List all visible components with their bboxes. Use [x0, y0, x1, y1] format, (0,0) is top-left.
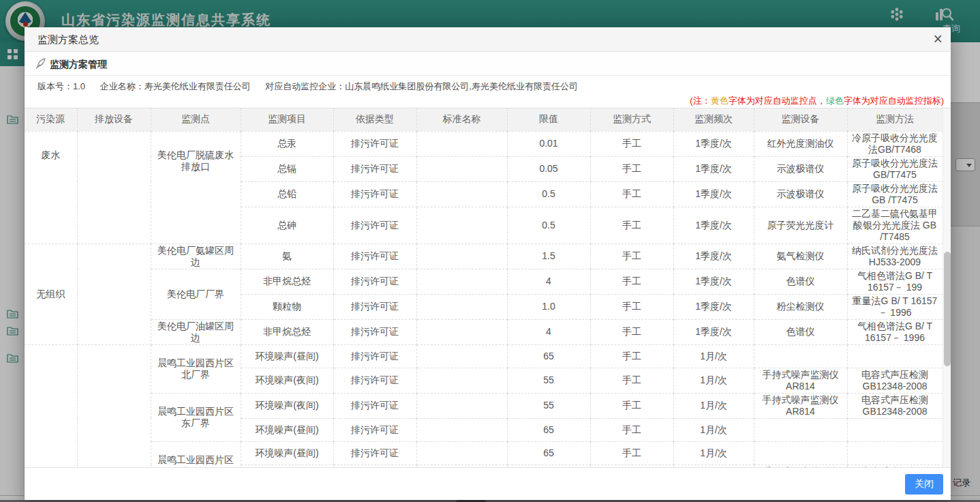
table-cell: 氨气检测仪: [754, 243, 847, 269]
table-row: 晨鸣工业园西片区东厂界环境噪声(夜间)排污许可证55手工1月/次手持式噪声监测仪…: [25, 393, 943, 418]
table-cell: 颗粒物: [241, 294, 333, 319]
table-cell: 排污许可证: [333, 344, 416, 368]
monitoring-plan-modal: 监测方案总览 × 监测方案管理 版本号：1.0 企业名称：寿光美伦纸业有限责任公…: [25, 27, 951, 500]
table-row: 美伦电厂厂界非甲烷总烃排污许可证4手工1季度/次色谱仪气相色谱法G B/ T 1…: [25, 269, 943, 294]
table-cell: [754, 344, 847, 368]
table-cell: 原子吸收分光光度法GB/T7475: [847, 156, 943, 181]
table-cell: 排污许可证: [333, 269, 416, 294]
table-cell: 1季度/次: [673, 269, 754, 294]
table-cell: 晨鸣工业园西片区南厂界: [151, 441, 241, 467]
table-cell: 环境噪声(夜间): [241, 393, 333, 418]
table-cell: [416, 294, 507, 319]
table-cell: 1月/次: [673, 418, 754, 441]
table-cell: [847, 344, 943, 368]
modal-titlebar: 监测方案总览 ×: [25, 27, 951, 52]
table-cell: 1季度/次: [673, 156, 754, 181]
column-header: 监测方法: [847, 108, 943, 131]
company-label: 企业名称：: [100, 81, 144, 91]
table-cell: 0.5: [507, 207, 590, 243]
column-header: 污染源: [25, 108, 77, 131]
table-cell: 示波极谱仪: [754, 181, 847, 207]
table-cell: [416, 441, 507, 464]
table-cell: 1季度/次: [673, 181, 754, 207]
table-cell: [416, 207, 507, 243]
table-cell: [77, 131, 151, 243]
table-scrollbar[interactable]: [943, 108, 951, 467]
table-cell: [77, 243, 151, 344]
table-cell: 手工: [590, 441, 673, 464]
table-cell: 排污许可证: [333, 441, 416, 464]
modal-title: 监测方案总览: [37, 33, 99, 46]
table-cell: 1.0: [507, 294, 590, 319]
auto-company-value: 山东晨鸣纸业集团股份有限公司,寿光美伦纸业有限责任公司: [345, 81, 578, 91]
column-header: 标准名称: [416, 108, 507, 131]
table-cell: 美伦电厂脱硫废水排放口: [151, 131, 241, 243]
table-cell: 1季度/次: [673, 131, 754, 156]
table-cell: 手工: [590, 393, 673, 418]
table-cell: 环境噪声(昼间): [241, 344, 333, 368]
table-cell: 冷原子吸收分光光度法GB/T7468: [847, 131, 943, 156]
table-cell: 排污许可证: [333, 243, 416, 269]
table-cell: [416, 181, 507, 207]
table-cell: 0.01: [507, 131, 590, 156]
table-cell: 1.5: [507, 243, 590, 269]
note-prefix: (注：: [690, 95, 710, 106]
table-cell: 55: [507, 393, 590, 418]
table-cell: 环境噪声(夜间): [241, 368, 333, 393]
table-row: 废水美伦电厂脱硫废水排放口总汞排污许可证0.01手工1季度/次红外光度测油仪冷原…: [25, 131, 943, 156]
section-header: 监测方案管理: [25, 52, 951, 76]
plan-meta: 版本号：1.0 企业名称：寿光美伦纸业有限责任公司 对应自动监控企业：山东晨鸣纸…: [37, 80, 578, 93]
table-cell: 1月/次: [673, 393, 754, 418]
close-button[interactable]: 关闭: [905, 474, 943, 494]
table-cell: 总汞: [241, 131, 333, 156]
column-header: 监测方式: [590, 108, 673, 131]
table-cell: 手工: [590, 131, 673, 156]
scrollbar-thumb[interactable]: [944, 252, 951, 366]
table-cell: 废水: [25, 131, 77, 243]
table-cell: [847, 418, 943, 441]
table-cell: 排污许可证: [333, 131, 416, 156]
table-cell: 总镉: [241, 156, 333, 181]
table-cell: 二乙基二硫代氨基甲酸银分光光度法 GB /T7485: [847, 207, 943, 243]
table-cell: [416, 243, 507, 269]
table-cell: 手工: [590, 418, 673, 441]
table-cell: 排污许可证: [333, 418, 416, 441]
table-cell: [416, 269, 507, 294]
table-cell: 纳氏试剂分光光度法HJ533-2009: [847, 243, 943, 269]
table-cell: [416, 344, 507, 368]
table-cell: 色谱仪: [754, 319, 847, 344]
monitoring-plan-table: 污染源排放设备监测点监测项目依据类型标准名称限值监测方式监测频次监测设备监测方法…: [25, 108, 943, 467]
close-icon[interactable]: ×: [934, 29, 943, 48]
section-title: 监测方案管理: [50, 59, 107, 71]
company-value: 寿光美伦纸业有限责任公司: [144, 81, 251, 91]
table-cell: 手工: [590, 344, 673, 368]
note-mid: 字体为对应自动监控点，: [729, 95, 826, 106]
color-legend-note: (注：黄色字体为对应自动监控点，绿色字体为对应自动监控指标): [690, 95, 944, 107]
table-cell: 65: [507, 441, 590, 464]
table-cell: [847, 441, 943, 464]
table-cell: 无组织: [25, 243, 77, 344]
table-cell: 手工: [590, 319, 673, 344]
table-cell: 环境噪声(昼间): [241, 418, 333, 441]
table-cell: 原子吸收分光光度法GB /T7475: [847, 181, 943, 207]
table-row: 美伦电厂油罐区周边非甲烷总烃排污许可证4手工1季度/次色谱仪气相色谱法G B/ …: [25, 319, 943, 344]
table-cell: 4: [507, 319, 590, 344]
table-cell: 气相色谱法G B/ T 16157－ 199: [847, 269, 943, 294]
column-header: 监测频次: [673, 108, 754, 131]
table-cell: 总铅: [241, 181, 333, 207]
column-header: 监测设备: [754, 108, 847, 131]
column-header: 限值: [507, 108, 590, 131]
table-cell: 红外光度测油仪: [754, 131, 847, 156]
table-cell: [754, 418, 847, 441]
table-cell: 0.5: [507, 181, 590, 207]
table-cell: 手工: [590, 156, 673, 181]
table-cell: 环境噪声(昼间): [241, 441, 333, 464]
table-cell: 手工: [590, 207, 673, 243]
table-cell: 非甲烷总烃: [241, 319, 333, 344]
table-cell: 手工: [590, 294, 673, 319]
table-cell: 美伦电厂油罐区周边: [151, 319, 241, 344]
auto-company-label: 对应自动监控企业：: [265, 81, 345, 91]
table-cell: 4: [507, 269, 590, 294]
table-cell: 排污许可证: [333, 294, 416, 319]
table-cell: [416, 418, 507, 441]
